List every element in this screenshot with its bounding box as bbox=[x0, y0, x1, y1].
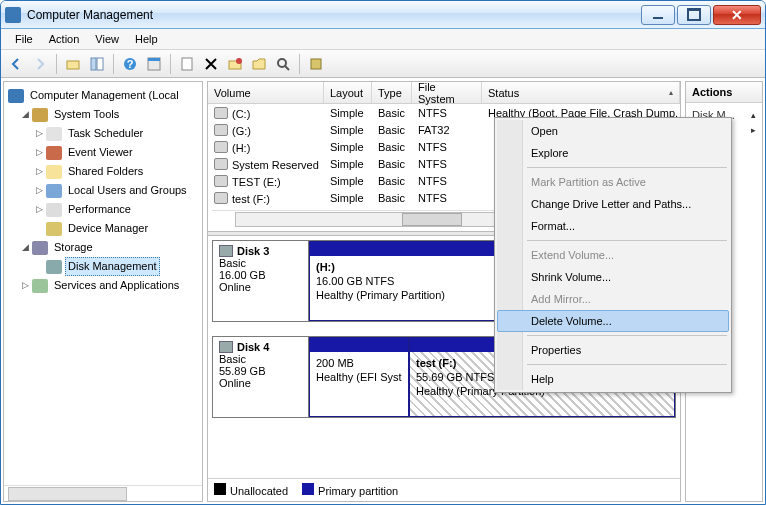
up-button[interactable] bbox=[62, 53, 84, 75]
menu-file[interactable]: File bbox=[7, 31, 41, 47]
menu-action[interactable]: Action bbox=[41, 31, 88, 47]
tree-root[interactable]: Computer Management (Local ◢ System Tool… bbox=[8, 86, 200, 295]
context-menu-separator bbox=[527, 335, 727, 336]
disk-info[interactable]: Disk 3 Basic 16.00 GB Online bbox=[213, 241, 309, 321]
forward-button[interactable] bbox=[29, 53, 51, 75]
menubar: File Action View Help bbox=[1, 29, 765, 50]
tree-task-scheduler[interactable]: ▷Task Scheduler bbox=[36, 124, 200, 143]
device-icon bbox=[46, 222, 62, 236]
context-menu-separator bbox=[527, 167, 727, 168]
tree-system-tools[interactable]: ◢ System Tools ▷Task Scheduler ▷Event Vi… bbox=[22, 105, 200, 238]
expander-icon[interactable]: ▷ bbox=[36, 163, 46, 180]
folder-icon bbox=[46, 165, 62, 179]
col-status[interactable]: Status▴ bbox=[482, 82, 680, 103]
expander-icon[interactable]: ▷ bbox=[36, 182, 46, 199]
app-icon bbox=[5, 7, 21, 23]
svg-rect-7 bbox=[182, 58, 192, 70]
col-filesystem[interactable]: File System bbox=[412, 82, 482, 103]
back-button[interactable] bbox=[5, 53, 27, 75]
expander-icon[interactable]: ◢ bbox=[22, 106, 32, 123]
drive-icon bbox=[214, 107, 228, 119]
legend-swatch-unallocated bbox=[214, 483, 226, 495]
context-menu: Open Explore Mark Partition as Active Ch… bbox=[494, 117, 732, 393]
close-button[interactable] bbox=[713, 5, 761, 25]
minimize-button[interactable] bbox=[641, 5, 675, 25]
ctx-change-drive-letter[interactable]: Change Drive Letter and Paths... bbox=[497, 193, 729, 215]
settings-button[interactable] bbox=[224, 53, 246, 75]
window-title: Computer Management bbox=[27, 8, 639, 22]
menu-help[interactable]: Help bbox=[127, 31, 166, 47]
tree-hscrollbar[interactable] bbox=[4, 485, 202, 501]
ctx-format[interactable]: Format... bbox=[497, 215, 729, 237]
tree-disk-management[interactable]: Disk Management bbox=[36, 257, 200, 276]
storage-icon bbox=[32, 241, 48, 255]
menu-view[interactable]: View bbox=[87, 31, 127, 47]
svg-point-10 bbox=[278, 59, 286, 67]
find-button[interactable] bbox=[272, 53, 294, 75]
actions-header: Actions bbox=[686, 82, 762, 103]
open-folder-button[interactable] bbox=[248, 53, 270, 75]
help-button[interactable]: ? bbox=[119, 53, 141, 75]
disk-info[interactable]: Disk 4 Basic 55.89 GB Online bbox=[213, 337, 309, 417]
drive-icon bbox=[214, 192, 228, 204]
svg-rect-1 bbox=[91, 58, 96, 70]
disk-icon bbox=[219, 245, 233, 257]
services-icon bbox=[32, 279, 48, 293]
svg-rect-2 bbox=[97, 58, 103, 70]
delete-button[interactable] bbox=[200, 53, 222, 75]
ctx-mark-active: Mark Partition as Active bbox=[497, 171, 729, 193]
tree-services-apps[interactable]: ▷Services and Applications bbox=[22, 276, 200, 295]
tree-shared-folders[interactable]: ▷Shared Folders bbox=[36, 162, 200, 181]
expander-icon[interactable]: ▷ bbox=[36, 144, 46, 161]
col-type[interactable]: Type bbox=[372, 82, 412, 103]
ctx-properties[interactable]: Properties bbox=[497, 339, 729, 361]
col-layout[interactable]: Layout bbox=[324, 82, 372, 103]
col-volume[interactable]: Volume bbox=[208, 82, 324, 103]
partition-header-bar bbox=[310, 338, 408, 352]
disk-icon bbox=[46, 260, 62, 274]
expander-icon[interactable]: ▷ bbox=[22, 277, 32, 294]
drive-icon bbox=[214, 175, 228, 187]
tree-event-viewer[interactable]: ▷Event Viewer bbox=[36, 143, 200, 162]
drive-icon bbox=[214, 141, 228, 153]
partition[interactable]: 200 MB Healthy (EFI Syst bbox=[309, 337, 409, 417]
console-tree-button[interactable] bbox=[86, 53, 108, 75]
drive-icon bbox=[214, 124, 228, 136]
clock-icon bbox=[46, 127, 62, 141]
legend: Unallocated Primary partition bbox=[208, 478, 680, 501]
ctx-help[interactable]: Help bbox=[497, 368, 729, 390]
ctx-explore[interactable]: Explore bbox=[497, 142, 729, 164]
console-tree[interactable]: Computer Management (Local ◢ System Tool… bbox=[4, 82, 202, 485]
expander-icon[interactable]: ◢ bbox=[22, 239, 32, 256]
more-actions-button[interactable] bbox=[305, 53, 327, 75]
tree-performance[interactable]: ▷Performance bbox=[36, 200, 200, 219]
disk-icon bbox=[219, 341, 233, 353]
tree-device-manager[interactable]: Device Manager bbox=[36, 219, 200, 238]
ctx-shrink-volume[interactable]: Shrink Volume... bbox=[497, 266, 729, 288]
ctx-delete-volume[interactable]: Delete Volume... bbox=[497, 310, 729, 332]
legend-swatch-primary bbox=[302, 483, 314, 495]
refresh-button[interactable] bbox=[176, 53, 198, 75]
svg-rect-0 bbox=[67, 61, 79, 69]
sort-indicator-icon: ▴ bbox=[669, 88, 673, 97]
ctx-open[interactable]: Open bbox=[497, 120, 729, 142]
tree-local-users[interactable]: ▷Local Users and Groups bbox=[36, 181, 200, 200]
toolbar: ? bbox=[1, 50, 765, 78]
expander-icon[interactable]: ▷ bbox=[36, 201, 46, 218]
users-icon bbox=[46, 184, 62, 198]
svg-text:?: ? bbox=[127, 58, 134, 70]
computer-icon bbox=[8, 89, 24, 103]
collapse-up-icon: ▴ bbox=[751, 110, 756, 120]
drive-icon bbox=[214, 158, 228, 170]
svg-line-11 bbox=[285, 66, 289, 70]
svg-point-9 bbox=[236, 58, 242, 64]
event-icon bbox=[46, 146, 62, 160]
ctx-add-mirror: Add Mirror... bbox=[497, 288, 729, 310]
titlebar[interactable]: Computer Management bbox=[1, 1, 765, 29]
expander-icon[interactable]: ▷ bbox=[36, 125, 46, 142]
maximize-button[interactable] bbox=[677, 5, 711, 25]
volume-list-header: Volume Layout Type File System Status▴ bbox=[208, 82, 680, 104]
tools-icon bbox=[32, 108, 48, 122]
tree-storage[interactable]: ◢ Storage Disk Management bbox=[22, 238, 200, 276]
properties-button[interactable] bbox=[143, 53, 165, 75]
